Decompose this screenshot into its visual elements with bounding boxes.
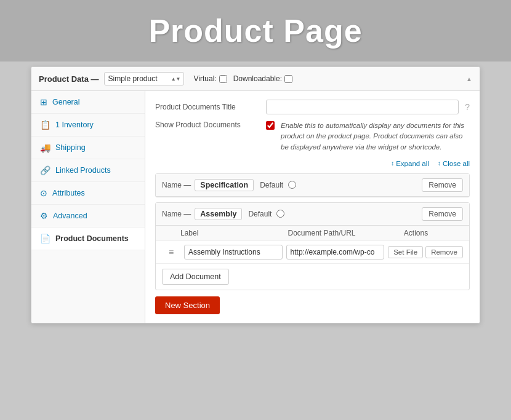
inventory-icon: 📋 [40,120,50,130]
sidebar-item-label-shipping: Shipping [55,143,86,152]
spec-name-prefix: Name — [162,181,191,189]
spec-default-label: Default [260,181,283,189]
drag-handle-icon[interactable]: ≡ [162,247,180,257]
assembly-default-label: Default [248,210,272,218]
expand-arrow-icon: ↕ [391,160,394,167]
spec-name-value: Specification [195,179,254,191]
show-docs-checkbox[interactable] [266,121,275,130]
docs-title-input[interactable] [266,100,459,114]
show-docs-label: Show Product Documents [155,121,260,129]
virtual-label: Virtual: [194,74,217,83]
close-arrow-icon: ↕ [438,160,441,167]
doc-label-input[interactable] [184,245,283,260]
header-options: Virtual: Downloadable: [194,74,293,83]
assembly-name-value: Assembly [195,208,242,220]
doc-actions: Set File Remove [388,246,463,258]
assembly-default-radio[interactable] [276,210,284,218]
page-title: Product Page [148,12,362,49]
sidebar-item-shipping[interactable]: 🚚 Shipping [31,137,145,159]
downloadable-option: Downloadable: [233,74,292,83]
sidebar-item-label-linked-products: Linked Products [55,166,111,175]
col-actions: Actions [369,229,463,237]
sidebar-item-linked-products[interactable]: 🔗 Linked Products [31,159,145,182]
expand-all-link[interactable]: ↕ Expand all [391,160,429,167]
downloadable-checkbox[interactable] [284,75,292,83]
show-docs-row: Show Product Documents Enable this to au… [155,121,470,153]
section-specification-header: Name — Specification Default Remove [156,174,469,197]
sidebar-item-product-documents[interactable]: 📄 Product Documents [31,228,145,250]
col-label: Label [180,229,275,237]
new-section-button[interactable]: New Section [155,296,220,314]
product-type-wrapper: Simple product Variable product Grouped … [104,72,184,85]
sidebar-item-general[interactable]: ⊞ General [31,91,145,114]
assembly-name-prefix: Name — [162,210,191,218]
linked-products-icon: 🔗 [40,165,50,175]
advanced-icon: ⚙ [40,211,48,221]
general-icon: ⊞ [40,97,47,107]
product-data-header: Product Data — Simple product Variable p… [31,67,480,91]
docs-title-label: Product Documents Title [155,103,260,111]
content-area: Product Documents Title ? Show Product D… [145,91,480,323]
page-wrapper: Product Page Product Data — Simple produ… [0,0,511,420]
sidebar-item-label-advanced: Advanced [53,212,87,220]
add-document-row: Add Document [156,264,469,290]
attributes-icon: ⊙ [40,188,47,198]
show-docs-description: Enable this to automatically display any… [281,121,470,153]
remove-doc-button[interactable]: Remove [425,246,463,258]
product-type-select[interactable]: Simple product Variable product Grouped … [104,72,184,85]
sidebar-item-label-attributes: Attributes [52,189,85,197]
virtual-option: Virtual: [194,74,227,83]
sidebar: ⊞ General 📋 1 Inventory 🚚 Shipping 🔗 Lin… [31,91,145,323]
sidebar-item-advanced[interactable]: ⚙ Advanced [31,205,145,228]
add-document-button[interactable]: Add Document [162,269,229,285]
downloadable-label: Downloadable: [233,74,282,83]
col-path: Document Path/URL [275,229,369,237]
col-drag [162,229,180,237]
title-banner: Product Page [0,0,511,61]
product-documents-icon: 📄 [40,234,50,244]
collapse-arrow[interactable]: ▲ [466,76,472,82]
spec-remove-button[interactable]: Remove [422,178,463,192]
table-row: ≡ Set File Remove [156,241,469,264]
section-specification: Name — Specification Default Remove [155,173,470,197]
close-all-label: Close all [443,160,470,167]
doc-table-header: Label Document Path/URL Actions [156,226,469,241]
product-data-label: Product Data — [39,74,99,84]
section-assembly-header: Name — Assembly Default Remove [156,203,469,226]
set-file-button[interactable]: Set File [388,246,423,258]
sidebar-item-label-product-documents: Product Documents [55,234,129,243]
doc-path-input[interactable] [286,245,385,260]
plugin-panel: Product Data — Simple product Variable p… [31,66,480,323]
sidebar-item-attributes[interactable]: ⊙ Attributes [31,182,145,205]
assembly-remove-button[interactable]: Remove [422,207,463,221]
close-all-link[interactable]: ↕ Close all [438,160,470,167]
shipping-icon: 🚚 [40,143,50,153]
spec-default-radio[interactable] [288,181,296,189]
sidebar-item-inventory[interactable]: 📋 1 Inventory [31,114,145,137]
expand-close-row: ↕ Expand all ↕ Close all [155,160,470,167]
expand-all-label: Expand all [396,160,429,167]
sidebar-item-label-general: General [52,98,79,106]
section-assembly: Name — Assembly Default Remove Label Doc… [155,202,470,290]
new-section-row: New Section [155,296,470,314]
help-icon[interactable]: ? [465,102,470,112]
docs-title-row: Product Documents Title ? [155,100,470,114]
virtual-checkbox[interactable] [219,75,227,83]
panel-body: ⊞ General 📋 1 Inventory 🚚 Shipping 🔗 Lin… [31,91,480,323]
sidebar-item-label-inventory: 1 Inventory [55,121,94,129]
